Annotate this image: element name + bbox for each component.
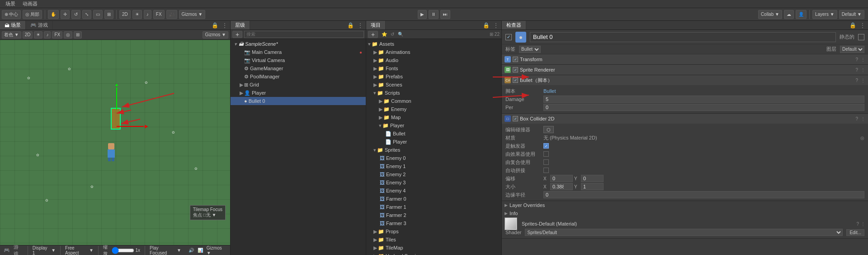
info-header[interactable]: ▶ Info <box>502 209 868 217</box>
scale-control[interactable]: 缩放 1x <box>103 244 140 255</box>
layer-overrides-header[interactable]: ▶ Layer Overrides <box>502 201 868 209</box>
2d-mode-btn[interactable]: 2D <box>119 10 131 19</box>
transform-local-btn[interactable]: ◎ 局部 <box>23 10 42 19</box>
aspect-selector[interactable]: Free Aspect ▼ <box>65 245 94 255</box>
project-enemy3[interactable]: 🖼 Enemy 3 <box>366 178 501 187</box>
scene-gizmos-btn[interactable]: Gizmos ▼ <box>203 31 228 38</box>
project-fonts[interactable]: ▶ 📁 Fonts <box>366 64 501 72</box>
cloud-btn[interactable]: ☁ <box>784 10 794 19</box>
scale-tool[interactable]: ⤡ <box>82 10 91 19</box>
move-tool[interactable]: ✛ <box>61 10 70 19</box>
script-enable[interactable]: ✓ <box>513 77 518 83</box>
edge-radius-input[interactable] <box>543 191 864 198</box>
edit-collider-btn[interactable]: ⬡ <box>543 126 554 133</box>
scene-lock-btn[interactable]: 🔒 <box>211 22 219 29</box>
is-trigger-checkbox[interactable]: ✓ <box>543 143 549 149</box>
project-more-btn[interactable]: ⋮ <box>492 22 500 29</box>
tab-game[interactable]: 🎮 游戏 <box>26 21 53 29</box>
scene-audio-btn[interactable]: ♪ <box>44 31 51 38</box>
transform-center-btn[interactable]: ⊕ 中心 <box>2 10 21 19</box>
scale-slider[interactable] <box>112 247 134 254</box>
material-menu-btn[interactable]: ⋮ <box>861 221 865 226</box>
object-name-field[interactable] <box>530 32 836 42</box>
project-lock-btn[interactable]: 🔒 <box>482 22 491 29</box>
scene-more-btn[interactable]: ⋮ <box>221 22 228 29</box>
script-info-btn[interactable]: ? <box>855 78 858 83</box>
hierarchy-bullet0[interactable]: ● Bullet 0 <box>231 97 366 105</box>
auto-tiling-checkbox[interactable] <box>543 168 549 173</box>
hierarchy-lock-btn[interactable]: 🔒 <box>346 22 355 29</box>
hierarchy-search[interactable] <box>244 31 364 38</box>
transform-menu-btn[interactable]: ⋮ <box>861 57 865 62</box>
play-focused-btn[interactable]: Play Focused ▼ <box>150 245 181 255</box>
project-enemy4[interactable]: 🖼 Enemy 4 <box>366 187 501 195</box>
menu-animator[interactable]: 动画器 <box>19 0 41 8</box>
step-btn[interactable]: ⏭ <box>440 10 450 19</box>
transform-info-btn[interactable]: ? <box>855 57 858 62</box>
project-farmer0[interactable]: 🖼 Farmer 0 <box>366 195 501 203</box>
shader-select[interactable]: Sprites/Default <box>525 229 843 236</box>
display-selector[interactable]: Display 1 ▼ <box>33 245 56 255</box>
hand-tool[interactable]: ✋ <box>48 10 59 19</box>
hierarchy-add-btn[interactable]: + <box>232 31 242 38</box>
used-by-composite-checkbox[interactable] <box>543 159 549 165</box>
sprite-menu-btn[interactable]: ⋮ <box>861 67 865 72</box>
project-enemy2[interactable]: 🖼 Enemy 2 <box>366 170 501 178</box>
edit-shader-btn[interactable]: Edit... <box>846 229 864 236</box>
size-x-input[interactable] <box>550 183 573 190</box>
script-menu-btn[interactable]: ⋮ <box>861 78 865 83</box>
account-btn[interactable]: 👤 <box>796 10 807 19</box>
shading-btn[interactable]: 着色 ▼ <box>2 31 21 38</box>
scene-cam-btn[interactable]: 🎥 <box>166 10 177 19</box>
offset-y-input[interactable] <box>581 175 604 182</box>
collider-info-btn[interactable]: ? <box>855 116 858 121</box>
transform-enable[interactable]: ✓ <box>513 57 518 62</box>
scene-light-btn[interactable]: ☀ <box>34 31 42 38</box>
sprite-info-btn[interactable]: ? <box>855 67 858 72</box>
tab-scene[interactable]: 🏔 场景 <box>0 21 26 29</box>
rect-tool[interactable]: ▭ <box>93 10 103 19</box>
collider-menu-btn[interactable]: ⋮ <box>861 116 865 121</box>
sprite-renderer-header[interactable]: 🖼 ✓ Sprite Renderer ? ⋮ <box>502 65 868 75</box>
project-bullet-script[interactable]: 📄 Bullet <box>366 130 501 138</box>
project-sprites[interactable]: ▾ 📁 Sprites <box>366 146 501 154</box>
transform-header[interactable]: T ✓ Transform ? ⋮ <box>502 54 868 64</box>
per-input[interactable] <box>543 104 864 111</box>
project-undead-survivor[interactable]: ▶ 📁 Undead Survivor <box>366 252 501 255</box>
layer-select[interactable]: Default <box>840 46 864 53</box>
size-y-input[interactable] <box>581 183 604 190</box>
project-props[interactable]: ▶ 📁 Props <box>366 227 501 236</box>
static-checkbox[interactable] <box>858 34 864 40</box>
pause-btn[interactable]: ⏸ <box>429 10 439 19</box>
project-common[interactable]: ▶ 📁 Common <box>366 97 501 105</box>
scene-view[interactable]: ✿ ✿ ✿ ✿ ✿ ✿ ✿ ✿ <box>0 40 230 245</box>
project-animations[interactable]: ▶ 📁 Animations <box>366 48 501 56</box>
scene-hidden-btn[interactable]: ◎ <box>64 31 72 38</box>
project-scripts[interactable]: ▾ 📁 Scripts <box>366 89 501 97</box>
box-collider-header[interactable]: □ ✓ Box Collider 2D ? ⋮ <box>502 114 868 124</box>
hierarchy-more-btn[interactable]: ⋮ <box>357 22 364 29</box>
tag-select[interactable]: Bullet <box>519 46 541 53</box>
project-farmer1[interactable]: 🖼 Farmer 1 <box>366 203 501 211</box>
project-player-script[interactable]: 📄 Player <box>366 138 501 146</box>
scene-fx-btn[interactable]: FX <box>52 31 62 38</box>
project-enemy1[interactable]: 🖼 Enemy 1 <box>366 162 501 170</box>
damage-input[interactable] <box>543 96 864 103</box>
project-scenes[interactable]: ▶ 📁 Scenes <box>366 81 501 89</box>
hierarchy-gamemanager[interactable]: ⚙ GameManager <box>231 64 366 72</box>
material-info-btn[interactable]: ? <box>856 221 859 226</box>
hierarchy-virtual-camera[interactable]: 📷 Virtual Camera <box>231 56 366 64</box>
tab-inspector[interactable]: 检查器 <box>502 21 526 29</box>
bullet-script-header[interactable]: C# ✓ Bullet（脚本） ? ⋮ <box>502 75 868 85</box>
project-tiles[interactable]: ▶ 📁 Tiles <box>366 236 501 244</box>
audio-btn[interactable]: ♪ <box>144 10 151 19</box>
project-enemy0[interactable]: 🖼 Enemy 0 <box>366 154 501 162</box>
material-pick-btn[interactable]: ◎ <box>860 135 864 140</box>
hierarchy-poolmanager[interactable]: ⚙ PoolManager <box>231 72 366 81</box>
project-tilemap[interactable]: ▶ 📁 TileMap <box>366 244 501 252</box>
tab-hierarchy[interactable]: 层级 <box>231 21 250 29</box>
project-prefabs[interactable]: ▶ 📁 Prefabs <box>366 72 501 81</box>
sprite-enable[interactable]: ✓ <box>513 67 518 72</box>
layers-btn[interactable]: Layers ▼ <box>812 10 837 19</box>
inspector-more-btn[interactable]: ⋮ <box>859 22 866 29</box>
